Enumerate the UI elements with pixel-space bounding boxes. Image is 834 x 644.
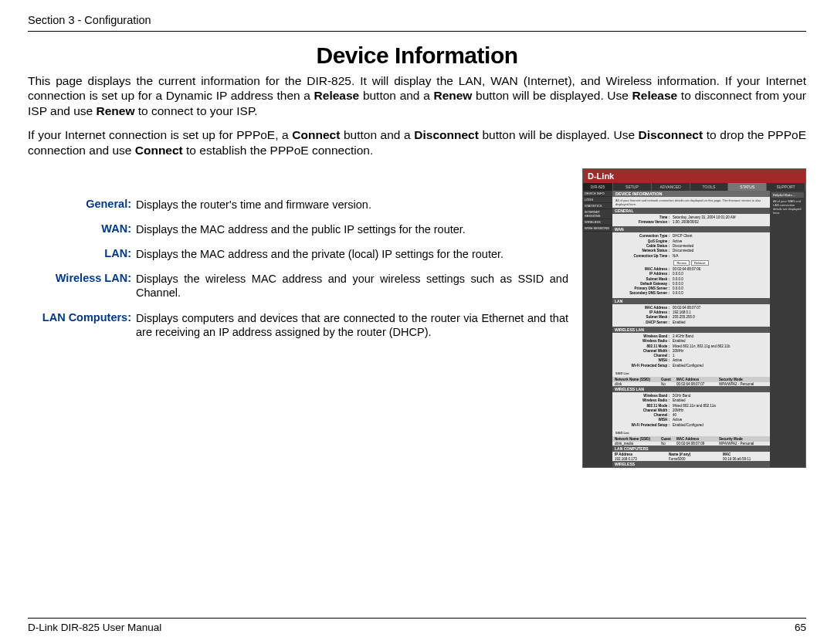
def-desc-general: Displays the router's time and firmware …: [133, 198, 568, 212]
panel-desc: All of your Internet and network connect…: [612, 197, 770, 208]
wan-header: WAN: [612, 226, 770, 232]
top-tabs: DIR-825 SETUP ADVANCED TOOLS STATUS SUPP…: [583, 183, 805, 191]
ssid-list-label-1: SSID List: [612, 370, 770, 377]
intro-paragraph-1: This page displays the current informati…: [28, 73, 806, 118]
side-nav: DEVICE INFO LOGS STATISTICS INTERNET SES…: [583, 191, 612, 467]
wlan1-header: WIRELESS LAN: [612, 327, 770, 333]
tab-status[interactable]: STATUS: [728, 183, 767, 191]
helpful-hints: Helpful Hints… All of your WAN and LAN c…: [770, 191, 805, 467]
page-title: Device Information: [28, 42, 806, 69]
header-rule: [28, 31, 806, 32]
def-term-general: General:: [28, 198, 133, 212]
lancomp-header: LAN COMPUTERS: [612, 446, 770, 452]
panel-title: DEVICE INFORMATION: [612, 191, 770, 197]
footer-manual-title: D-Link DIR-825 User Manual: [28, 622, 161, 633]
page-footer: D-Link DIR-825 User Manual 65: [28, 618, 806, 633]
wlan2-header: WIRELESS LAN: [612, 386, 770, 392]
def-term-wan: WAN:: [28, 222, 133, 236]
footer-rule: [28, 618, 806, 619]
router-ui-screenshot: D-Link DIR-825 SETUP ADVANCED TOOLS STAT…: [582, 168, 806, 468]
renew-button[interactable]: Renew: [673, 260, 689, 266]
def-desc-wan: Displays the MAC address and the public …: [133, 222, 568, 236]
side-logs[interactable]: LOGS: [583, 197, 612, 203]
main-panel: DEVICE INFORMATION All of your Internet …: [612, 191, 770, 467]
release-button[interactable]: Release: [691, 260, 709, 266]
def-term-wlan: Wireless LAN:: [28, 272, 133, 300]
side-wireless[interactable]: WIRELESS: [583, 219, 612, 225]
brand-logo: D-Link: [583, 169, 805, 183]
side-internet-sessions[interactable]: INTERNET SESSIONS: [583, 209, 612, 219]
def-desc-lan: Displays the MAC address and the private…: [133, 247, 568, 261]
general-header: GENERAL: [612, 208, 770, 214]
tab-tools[interactable]: TOOLS: [690, 183, 729, 191]
side-device-info[interactable]: DEVICE INFO: [583, 191, 612, 197]
footer-page-number: 65: [795, 622, 806, 633]
wireless-igmp-header: WIRELESS: [612, 461, 770, 467]
tab-advanced[interactable]: ADVANCED: [652, 183, 690, 191]
model-label: DIR-825: [583, 183, 613, 191]
ssid-list-label-2: SSID List: [612, 429, 770, 436]
side-wish-sessions[interactable]: WISH SESSIONS: [583, 225, 612, 232]
definition-list: General:Displays the router's time and f…: [28, 198, 568, 468]
def-term-lan: LAN:: [28, 247, 133, 261]
tab-support[interactable]: SUPPORT: [767, 183, 805, 191]
tab-setup[interactable]: SETUP: [613, 183, 652, 191]
section-header: Section 3 - Configuration: [28, 14, 806, 26]
def-term-lancomp: LAN Computers:: [28, 311, 133, 339]
def-desc-lancomp: Displays computers and devices that are …: [133, 311, 568, 339]
def-desc-wlan: Displays the wireless MAC address and yo…: [133, 272, 568, 300]
side-statistics[interactable]: STATISTICS: [583, 203, 612, 209]
lan-header: LAN: [612, 298, 770, 304]
intro-paragraph-2: If your Internet connection is set up fo…: [28, 127, 806, 158]
